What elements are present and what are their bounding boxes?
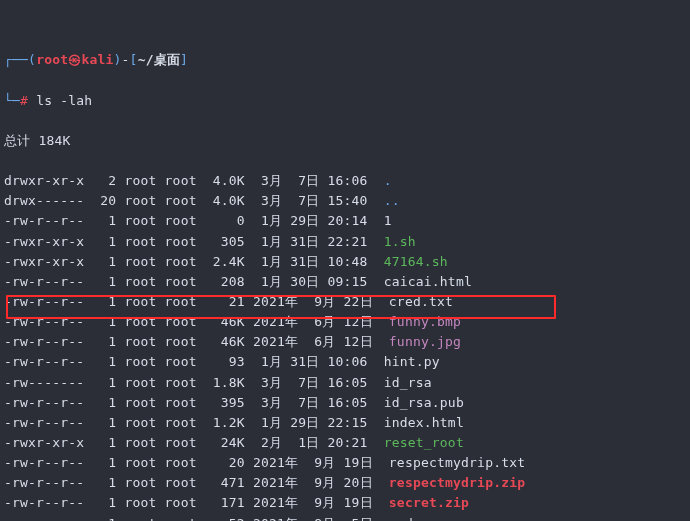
- file-date: 1月 31日 10:48: [253, 254, 368, 269]
- file-date: 2021年 9月 19日: [253, 495, 373, 510]
- file-owner: root: [124, 314, 156, 329]
- prompt-sep-icon: ㉿: [68, 52, 81, 67]
- prompt-open-paren: (: [28, 52, 36, 67]
- prompt-path: ~/桌面: [138, 52, 180, 67]
- file-links: 1: [92, 334, 116, 349]
- file-row: -rw-r--r-- 1 root root 1.2K 1月 29日 22:15…: [4, 413, 686, 433]
- prompt-user: root: [36, 52, 68, 67]
- file-row: -rwxr-xr-x 1 root root 2.4K 1月 31日 10:48…: [4, 252, 686, 272]
- file-date: 1月 30日 09:15: [253, 274, 368, 289]
- file-perm: drwxr-xr-x: [4, 173, 84, 188]
- file-size: 4.0K: [205, 193, 245, 208]
- file-date: 1月 29日 22:15: [253, 415, 368, 430]
- file-perm: drwx------: [4, 193, 84, 208]
- file-row: -rw-r--r-- 1 root root 46K 2021年 6月 12日 …: [4, 312, 686, 332]
- file-name: 1.sh: [384, 234, 416, 249]
- file-owner: root: [124, 435, 156, 450]
- file-links: 1: [92, 435, 116, 450]
- file-size: 20: [205, 455, 245, 470]
- file-perm: -rw-r--r--: [4, 475, 84, 490]
- file-links: 2: [92, 173, 116, 188]
- file-size: 1.2K: [205, 415, 245, 430]
- file-owner: root: [124, 354, 156, 369]
- file-size: 21: [205, 294, 245, 309]
- file-name: caicai.html: [384, 274, 472, 289]
- file-row: -rwxr-xr-x 1 root root 305 1月 31日 22:21 …: [4, 232, 686, 252]
- total-line: 总计 184K: [4, 131, 686, 151]
- file-name: cred.txt: [389, 294, 453, 309]
- file-size: 1.8K: [205, 375, 245, 390]
- file-owner: root: [124, 193, 156, 208]
- file-group: root: [165, 294, 197, 309]
- file-links: 1: [92, 475, 116, 490]
- file-size: 46K: [205, 314, 245, 329]
- file-date: 1月 31日 10:06: [253, 354, 368, 369]
- file-group: root: [165, 516, 197, 521]
- file-perm: -rw-r--r--: [4, 213, 84, 228]
- file-name: respectmydrip.zip: [389, 475, 525, 490]
- file-links: 1: [92, 234, 116, 249]
- file-perm: -rw-r--r--: [4, 334, 84, 349]
- file-date: 3月 7日 16:05: [253, 395, 368, 410]
- file-name: hint.py: [384, 354, 440, 369]
- file-perm: -rw-r--r--: [4, 274, 84, 289]
- file-perm: -rw-r--r--: [4, 354, 84, 369]
- file-perm: -rw-r--r--: [4, 455, 84, 470]
- prompt-close-bracket: ]: [180, 52, 188, 67]
- file-perm: -rwxr-xr-x: [4, 435, 84, 450]
- file-row: -rw-r--r-- 1 root root 46K 2021年 6月 12日 …: [4, 332, 686, 352]
- file-links: 1: [92, 375, 116, 390]
- file-owner: root: [124, 294, 156, 309]
- file-owner: root: [124, 274, 156, 289]
- file-links: 1: [92, 254, 116, 269]
- file-date: 2021年 9月 19日: [253, 455, 373, 470]
- file-name: ..: [384, 193, 400, 208]
- file-perm: -rw-r--r--: [4, 314, 84, 329]
- file-owner: root: [124, 455, 156, 470]
- file-date: 3月 7日 15:40: [253, 193, 368, 208]
- file-owner: root: [124, 334, 156, 349]
- file-size: 4.0K: [205, 173, 245, 188]
- file-name: sudo: [389, 516, 421, 521]
- file-size: 208: [205, 274, 245, 289]
- file-group: root: [165, 193, 197, 208]
- file-group: root: [165, 254, 197, 269]
- file-owner: root: [124, 495, 156, 510]
- file-date: 2021年 8月 5日: [253, 516, 373, 521]
- file-row: -rw------- 1 root root 1.8K 3月 7日 16:05 …: [4, 373, 686, 393]
- file-perm: -rw-r--r--: [4, 495, 84, 510]
- file-group: root: [165, 234, 197, 249]
- terminal-window[interactable]: ┌──(root㉿kali)-[~/桌面] └─# ls -lah 总计 184…: [4, 10, 686, 521]
- file-perm: -rwxr-xr-x: [4, 234, 84, 249]
- file-perm: -rw-------: [4, 375, 84, 390]
- file-perm: -rw-r--r--: [4, 395, 84, 410]
- file-size: 46K: [205, 334, 245, 349]
- file-owner: root: [124, 475, 156, 490]
- file-links: 1: [92, 415, 116, 430]
- file-name: respectmydrip.txt: [389, 455, 525, 470]
- file-group: root: [165, 274, 197, 289]
- file-owner: root: [124, 234, 156, 249]
- file-group: root: [165, 395, 197, 410]
- file-perm: -rw-r--r--: [4, 294, 84, 309]
- file-group: root: [165, 334, 197, 349]
- prompt-close-paren: ): [114, 52, 122, 67]
- file-date: 2021年 6月 12日: [253, 334, 373, 349]
- file-group: root: [165, 495, 197, 510]
- file-owner: root: [124, 254, 156, 269]
- file-row: -rwxr-xr-x 1 root root 24K 2月 1日 20:21 r…: [4, 433, 686, 453]
- file-group: root: [165, 173, 197, 188]
- file-links: 1: [92, 354, 116, 369]
- file-row: -rw-r--r-- 1 root root 21 2021年 9月 22日 c…: [4, 292, 686, 312]
- file-size: 24K: [205, 435, 245, 450]
- file-row: -rw-r--r-- 1 root root 93 1月 31日 10:06 h…: [4, 352, 686, 372]
- file-name: index.html: [384, 415, 464, 430]
- file-name: secret.zip: [389, 495, 469, 510]
- file-links: 1: [92, 455, 116, 470]
- file-row: drwx------ 20 root root 4.0K 3月 7日 15:40…: [4, 191, 686, 211]
- file-row: -rw-r--r-- 1 root root 20 2021年 9月 19日 r…: [4, 453, 686, 473]
- file-group: root: [165, 455, 197, 470]
- file-group: root: [165, 314, 197, 329]
- file-date: 3月 7日 16:06: [253, 173, 368, 188]
- file-group: root: [165, 213, 197, 228]
